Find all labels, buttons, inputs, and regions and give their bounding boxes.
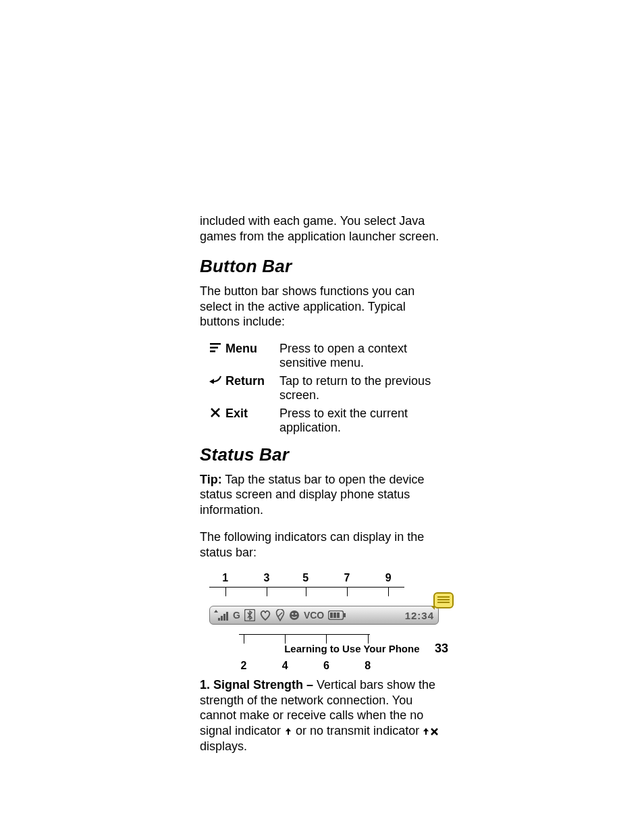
svg-rect-2 (210, 350, 215, 353)
svg-rect-7 (223, 614, 225, 621)
callout-3: 3 (264, 572, 270, 584)
button-bar-intro: The button bar shows functions you can s… (200, 284, 448, 330)
button-bar-row-return: Return Tap to return to the previous scr… (205, 374, 448, 402)
svg-rect-17 (337, 613, 340, 618)
tick (267, 587, 267, 596)
speech-balloon-icon (433, 592, 454, 608)
phone-status-bar: G (209, 606, 439, 625)
exit-label: Exit (225, 407, 279, 421)
gprs-icon: G (233, 610, 240, 621)
callout-6: 6 (323, 660, 329, 672)
svg-rect-8 (226, 612, 228, 621)
menu-icon (205, 342, 225, 353)
diagram-bottom-line (239, 634, 370, 635)
svg-rect-16 (333, 613, 336, 618)
signal-strength-paragraph: 1. Signal Strength – Vertical bars show … (200, 677, 448, 754)
callout-1: 1 (222, 572, 228, 584)
svg-rect-14 (344, 613, 346, 617)
item1-text-c: displays. (200, 739, 247, 753)
status-bar-lead: The following indicators can display in … (200, 529, 448, 560)
svg-rect-0 (210, 343, 221, 345)
return-desc: Tap to return to the previous screen. (279, 374, 448, 402)
tick (244, 634, 244, 644)
status-bar-tip: Tip: Tap the status bar to open the devi… (200, 472, 448, 518)
tick (347, 587, 348, 596)
svg-rect-1 (210, 346, 218, 348)
manual-page: included with each game. You select Java… (0, 0, 644, 834)
tick (388, 587, 389, 596)
clock-text: 12:34 (405, 610, 434, 621)
svg-rect-18 (288, 731, 289, 735)
item1-text-b: or no transmit indicator (292, 724, 423, 737)
callout-7: 7 (344, 572, 350, 584)
svg-rect-19 (425, 731, 427, 735)
callout-5: 5 (302, 572, 308, 584)
callout-8: 8 (365, 660, 371, 672)
tick (306, 587, 306, 596)
tip-text: Tap the status bar to open the device st… (200, 473, 425, 517)
signal-icon (214, 610, 229, 621)
button-bar-table: Menu Press to open a context sensitive m… (205, 342, 448, 435)
exit-desc: Press to exit the current application. (279, 407, 448, 435)
callout-4: 4 (282, 660, 288, 672)
no-signal-icon (284, 724, 292, 739)
return-arrow-icon (205, 374, 225, 384)
menu-label: Menu (225, 342, 279, 356)
svg-rect-5 (218, 618, 220, 621)
diagram-top-line (209, 587, 404, 588)
button-bar-row-exit: Exit Press to exit the current applicati… (205, 407, 448, 435)
battery-icon (328, 610, 346, 620)
svg-point-10 (290, 610, 299, 620)
svg-point-12 (295, 613, 297, 615)
ringer-icon (259, 610, 271, 621)
status-bar-heading: Status Bar (200, 444, 448, 465)
button-bar-heading: Button Bar (200, 256, 448, 277)
bluetooth-icon (244, 609, 255, 621)
item1-title: 1. Signal Strength – (200, 678, 313, 692)
footer-page-number: 33 (435, 642, 448, 655)
page-footer: Learning to Use Your Phone 33 (284, 642, 448, 656)
no-transmit-icon (423, 724, 439, 739)
java-icon (289, 610, 300, 621)
close-icon (205, 407, 225, 417)
menu-desc: Press to open a context sensitive menu. (279, 342, 448, 370)
voice-carry-over-icon: VCO (304, 610, 324, 621)
return-label: Return (225, 374, 279, 388)
callout-2: 2 (241, 660, 247, 672)
svg-rect-6 (221, 616, 223, 621)
intro-paragraph: included with each game. You select Java… (200, 213, 448, 244)
location-icon (275, 609, 285, 621)
footer-chapter: Learning to Use Your Phone (284, 643, 419, 654)
svg-point-11 (292, 613, 294, 615)
svg-rect-15 (330, 613, 333, 618)
tip-label: Tip: (200, 473, 222, 486)
callout-9: 9 (385, 572, 392, 584)
tick (225, 587, 226, 596)
button-bar-row-menu: Menu Press to open a context sensitive m… (205, 342, 448, 370)
